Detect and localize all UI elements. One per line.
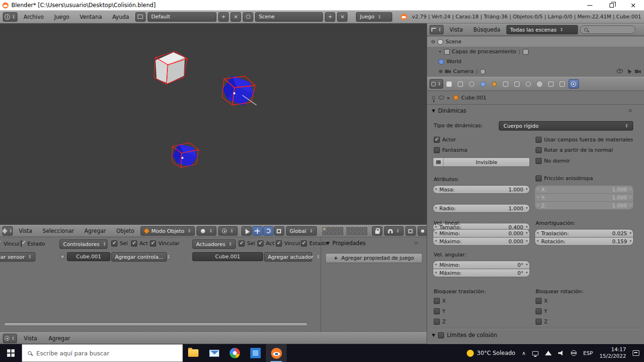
anisotropic-checkbox[interactable]: Fricción anisótropa [536, 175, 593, 181]
tab-constraints[interactable] [501, 79, 511, 89]
scale-manipulator[interactable] [274, 226, 284, 236]
weather-widget[interactable]: 30°C Soleado [467, 350, 515, 357]
actuators-sel[interactable]: Sel [239, 240, 255, 247]
expander-icon[interactable]: ⊖ [431, 39, 435, 45]
editor-type-selector[interactable]: i↕ [3, 12, 17, 22]
scene-add-button[interactable]: + [325, 12, 335, 22]
cube-blue-2[interactable] [170, 140, 200, 171]
controllers-sel[interactable]: Sel [111, 240, 128, 247]
menu-ayuda[interactable]: Ayuda [108, 14, 133, 20]
tab-render-layers[interactable] [455, 79, 466, 89]
radius-field[interactable]: Radio:1.000 [433, 204, 530, 213]
actuator-object-name[interactable]: Cube.001 [192, 252, 263, 261]
vp-menu-seleccionar[interactable]: Seleccionar [38, 228, 78, 234]
rotate-manipulator[interactable] [263, 226, 273, 236]
menu-archivo[interactable]: Archivo [19, 14, 48, 20]
angvel-min-field[interactable]: Mínimo:0° [433, 261, 530, 269]
tab-render[interactable] [444, 79, 454, 89]
tray-chevron-icon[interactable]: ∧ [522, 350, 526, 356]
outliner-editor-selector[interactable]: ↕ [429, 25, 444, 34]
globe-icon[interactable] [571, 350, 577, 356]
engine-selector[interactable]: Juego [356, 12, 392, 22]
rotate-normal-checkbox[interactable]: Rotar a partir de la normal [536, 147, 613, 153]
outliner-row-renderlayers[interactable]: • Capas de procesamiento | [427, 47, 644, 57]
outliner-menu-busqueda[interactable]: Búsqueda [469, 26, 504, 33]
lock-rot-z-checkbox[interactable]: Z [536, 319, 548, 325]
screen-layout-icon[interactable] [135, 12, 146, 22]
menu-ventana[interactable]: Ventana [75, 14, 106, 20]
shading-dropdown[interactable] [197, 226, 216, 236]
tab-scene[interactable] [467, 79, 477, 89]
viewport-editor-selector[interactable]: ↕ [2, 226, 13, 236]
controllers-filter-dropdown[interactable]: Controladores [59, 239, 107, 249]
panel-drag-icon[interactable]: ≡ [414, 240, 418, 246]
linvel-min-field[interactable]: Mínimo:0.000 [433, 229, 530, 238]
layers-group-1[interactable] [322, 227, 343, 235]
tab-object[interactable] [489, 79, 500, 89]
no-sleeping-checkbox[interactable]: No dormir [536, 158, 570, 164]
dynamics-panel-header[interactable]: ▼ Dinámicas [432, 107, 466, 114]
scene-icon-button[interactable] [243, 12, 253, 22]
screen-layout-selector[interactable]: Default [148, 12, 216, 22]
menu-juego[interactable]: Juego [50, 14, 74, 20]
clock[interactable]: 14:17 15/2/2022 [600, 346, 626, 360]
tab-physics[interactable] [569, 79, 579, 89]
logic-editor[interactable]: Vincul Estado Controladores Sel Act Vinc… [0, 237, 427, 332]
lock-rot-y-checkbox[interactable]: Y [536, 308, 547, 314]
translate-manipulator[interactable] [252, 226, 263, 236]
actuators-vincul[interactable]: Vincul [276, 240, 300, 247]
panel-drag-icon[interactable]: ≡ [628, 107, 632, 114]
selectability-cursor-icon[interactable] [626, 68, 632, 74]
tab-object-data[interactable] [523, 79, 534, 89]
action-center-icon[interactable] [633, 350, 639, 356]
dynamics-type-dropdown[interactable]: Cuerpo rígido [499, 121, 633, 131]
scene-delete-button[interactable]: × [337, 12, 347, 22]
lock-trans-y-checkbox[interactable]: Y [434, 308, 446, 314]
display-tray-icon[interactable] [532, 351, 538, 355]
renderability-camera-icon[interactable] [635, 69, 641, 74]
taskbar-explorer[interactable] [183, 344, 204, 362]
ghost-checkbox[interactable]: Fantasma [434, 147, 467, 153]
tab-particles[interactable] [557, 79, 568, 89]
collision-bounds-header[interactable]: ▼ Límites de colisión [432, 332, 497, 338]
sensors-estado-checkbox[interactable] [21, 240, 22, 247]
logic-menu-agregar[interactable]: Agregar [44, 335, 74, 342]
properties-editor-selector[interactable]: ↕ [429, 79, 443, 89]
material-force-checkbox[interactable]: Usar campos fuerza de materiales [536, 137, 633, 143]
damping-rotation-field[interactable]: Rotación:0.159 [535, 237, 634, 246]
invisible-toggle[interactable]: Invisible [433, 157, 530, 167]
controllers-act[interactable]: Act [131, 240, 148, 247]
lock-button[interactable] [372, 226, 382, 236]
lock-rot-x-checkbox[interactable]: X [536, 298, 548, 304]
pin-icon[interactable] [432, 96, 435, 99]
game-properties-header[interactable]: ▼ Propiedades [326, 240, 365, 247]
actuators-filter-dropdown[interactable]: Actuadores [192, 239, 236, 249]
language-indicator[interactable]: ESP [583, 350, 593, 356]
outliner-row-camera[interactable]: ⊕ Camera | [427, 66, 644, 76]
orientation-dropdown[interactable]: Global [286, 226, 317, 236]
taskbar-blender[interactable] [266, 344, 287, 362]
cube-blue-1[interactable] [219, 71, 258, 110]
start-button[interactable] [0, 344, 22, 362]
vp-menu-objeto[interactable]: Objeto [112, 228, 139, 234]
breadcrumb-object-name[interactable]: Cube.001 [462, 95, 487, 101]
expander-icon[interactable]: ⊕ [438, 68, 443, 74]
outliner-row-world[interactable]: World [427, 57, 644, 66]
add-controller-dropdown[interactable]: Agregar controla... [111, 252, 167, 262]
logic-menu-vista[interactable]: Vista [20, 335, 41, 342]
logic-editor-selector[interactable]: ↕ [3, 334, 17, 343]
minimize-button[interactable]: — [579, 0, 601, 10]
outliner-row-scene[interactable]: ⊖ Scene [427, 37, 644, 47]
taskbar-photos[interactable] [245, 344, 266, 362]
collision-bounds-checkbox[interactable] [438, 332, 444, 338]
lock-trans-x-checkbox[interactable]: X [434, 298, 446, 304]
mass-field[interactable]: Masa:1.000 [433, 185, 530, 194]
vp-menu-vista[interactable]: Vista [15, 228, 36, 234]
outliner-scope-dropdown[interactable]: Todas las escenas [506, 25, 578, 34]
snap-dropdown[interactable] [384, 226, 404, 236]
snap-increment-button[interactable] [405, 226, 416, 236]
linvel-max-field[interactable]: Máximo:0.000 [433, 237, 530, 246]
cube-white[interactable] [152, 49, 188, 86]
angvel-max-field[interactable]: Máximo:0° [433, 269, 530, 277]
outliner-search-input[interactable] [580, 25, 636, 34]
